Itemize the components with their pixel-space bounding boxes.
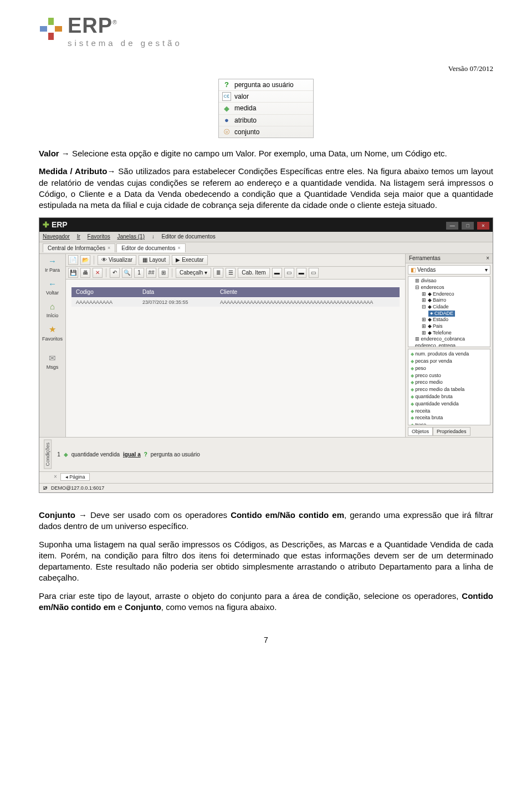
medida-icon: ◆	[64, 451, 68, 459]
measure-item[interactable]: receita	[411, 408, 488, 415]
nav-irpara[interactable]: → Ir Para	[40, 256, 64, 273]
menu-editor: Editor de documentos	[162, 233, 216, 240]
print-button[interactable]: 🖶	[80, 268, 90, 278]
close-icon[interactable]: ×	[178, 245, 181, 251]
menu-item-medida[interactable]: ◆ medida	[219, 103, 313, 114]
group-button[interactable]: ⊞	[158, 268, 168, 278]
menu-janelas[interactable]: Janelas (1)	[117, 233, 145, 240]
logo-brand: ERP	[68, 17, 112, 34]
align-button[interactable]: ≣	[213, 268, 223, 278]
cond-val[interactable]: pergunta ao usuário	[151, 451, 200, 459]
cabitem-button[interactable]: Cab. Item	[238, 268, 269, 278]
nav-msgs[interactable]: ✉ Msgs	[40, 353, 64, 370]
paragraph-suponha: Suponha uma listagem na qual serão impre…	[39, 539, 493, 584]
measure-item[interactable]: troca	[411, 421, 488, 425]
cube-icon: ◧	[411, 266, 416, 274]
cabecalho-dropdown[interactable]: Cabeçalh ▾	[176, 268, 211, 278]
svg-rect-3	[40, 26, 47, 32]
layout-button[interactable]: ▦Layout	[139, 255, 170, 265]
col-cliente: Cliente	[216, 287, 400, 297]
menu-favoritos[interactable]: Favoritos	[88, 233, 110, 240]
dimension-tree[interactable]: ⊞ divisao⊟ enderecos⊞ ◆ Endereco⊞ ◆ Bair…	[408, 276, 490, 347]
menu-label: medida	[234, 104, 256, 113]
tree-node[interactable]: ⊞ divisao	[411, 278, 489, 284]
col-data: Data	[138, 287, 216, 297]
layout-icon: ▦	[142, 256, 147, 264]
cond-attr[interactable]: quantidade vendida	[71, 451, 120, 459]
num-button[interactable]: 1	[134, 268, 144, 278]
tree-node[interactable]: ⊟ enderecos	[411, 284, 489, 291]
tab-editor-documentos[interactable]: Editor de documentos×	[116, 243, 186, 253]
undo-button[interactable]: ↶	[110, 268, 120, 278]
bar1-button[interactable]: ▬	[272, 268, 282, 278]
visualizar-button[interactable]: 👁Visualizar	[98, 255, 136, 265]
menu-item-valor[interactable]: C₵ valor	[219, 91, 313, 103]
tab-central-informacoes[interactable]: Central de Informações×	[43, 243, 115, 253]
measure-item[interactable]: pecas por venda	[411, 358, 488, 365]
measure-item[interactable]: preco medio	[411, 379, 488, 386]
tree-node[interactable]: ● CIDADE	[411, 311, 489, 317]
measure-item[interactable]: peso	[411, 365, 488, 372]
home-icon: ⌂	[47, 302, 58, 312]
tree-node[interactable]: ⊞ ◆ Estado	[411, 317, 489, 323]
menu-item-atributo[interactable]: ● atributo	[219, 115, 313, 126]
menu-label: valor	[234, 92, 249, 101]
right-panel-tabs: Objetos Propriedades	[408, 427, 490, 436]
tree-node[interactable]: ⊞ ◆ Pais	[411, 323, 489, 330]
nav-favoritos[interactable]: ★ Favoritos	[40, 325, 64, 342]
tree-node[interactable]: ⊞ ◆ Telefone	[411, 330, 489, 337]
connection-text: DEMO@127.0.0.1:6017	[51, 485, 104, 491]
col-codigo: Codigo	[71, 287, 138, 297]
menu-ir[interactable]: Ir	[77, 233, 80, 240]
close-icon[interactable]: ×	[54, 473, 57, 481]
save-button[interactable]: 💾	[68, 268, 78, 278]
new-button[interactable]: 📄	[68, 255, 78, 265]
maximize-button[interactable]: □	[462, 222, 474, 230]
report-canvas[interactable]: Codigo Data Cliente AAAAAAAAAAA 23/07/20…	[66, 279, 405, 437]
tree-node[interactable]: ⊞ ◆ Endereco	[411, 291, 489, 298]
nav-inicio[interactable]: ⌂ Início	[40, 302, 64, 319]
tree-node[interactable]: ⊞ ◆ Bairro	[411, 297, 489, 304]
erp-app-window: ✚ ERP — □ × Navegador Ir Favoritos Janel…	[39, 217, 493, 493]
minimize-button[interactable]: —	[446, 222, 458, 230]
tree-node[interactable]: endereco_entrega	[411, 343, 489, 347]
measure-item[interactable]: receita bruta	[411, 414, 488, 421]
cube-dropdown[interactable]: ◧Vendas ▾	[408, 265, 490, 275]
align2-button[interactable]: ☰	[226, 268, 236, 278]
tools-panel: Ferramentas × ◧Vendas ▾ ⊞ divisao⊟ ender…	[405, 254, 493, 437]
condition-side-label[interactable]: Condições	[44, 440, 52, 469]
app-title: ✚ ERP	[43, 220, 68, 230]
menu-navegador[interactable]: Navegador	[43, 233, 70, 240]
hash-button[interactable]: ##	[146, 268, 156, 278]
bar2-button[interactable]: ▭	[284, 268, 294, 278]
menu-item-conjunto[interactable]: ⦾ conjunto	[219, 126, 313, 138]
executar-button[interactable]: ▶Executar	[172, 255, 207, 265]
delete-button[interactable]: ✕	[93, 268, 103, 278]
nav-voltar[interactable]: ← Voltar	[40, 279, 64, 296]
zoom-button[interactable]: 🔍	[122, 268, 132, 278]
measure-item[interactable]: quantidade vendida	[411, 400, 488, 408]
tab-propriedades[interactable]: Propriedades	[433, 427, 470, 436]
bar4-button[interactable]: ▭	[309, 268, 319, 278]
open-button[interactable]: 📂	[80, 255, 90, 265]
measure-item[interactable]: quantidade bruta	[411, 393, 488, 400]
tab-pagina[interactable]: ◂ Página	[60, 473, 90, 481]
measure-item[interactable]: preco custo	[411, 372, 488, 379]
tree-node[interactable]: ⊟ ◆ Cidade	[411, 304, 489, 311]
close-icon[interactable]: ×	[486, 255, 489, 262]
measure-item[interactable]: num. produtos da venda	[411, 350, 488, 358]
left-nav: → Ir Para ← Voltar ⌂ Início ★ Favoritos …	[39, 254, 66, 437]
close-button[interactable]: ×	[477, 222, 489, 230]
cond-op[interactable]: igual a	[123, 451, 141, 458]
measure-item[interactable]: preco medio da tabela	[411, 386, 488, 393]
question-icon: ?	[222, 80, 231, 89]
tab-objetos[interactable]: Objetos	[408, 427, 433, 436]
tree-node[interactable]: ⊞ endereco_cobranca	[411, 336, 489, 343]
tools-panel-header: Ferramentas ×	[406, 254, 493, 263]
paragraph-medida-atributo: Medida / Atributo→ São utilizados para e…	[39, 166, 493, 211]
close-icon[interactable]: ×	[108, 245, 110, 251]
menu-item-pergunta[interactable]: ? pergunta ao usuário	[219, 79, 313, 91]
bar3-button[interactable]: ▬	[296, 268, 306, 278]
report-detail-band: AAAAAAAAAAA 23/07/2012 09:35:55 AAAAAAAA…	[71, 297, 400, 307]
measures-list[interactable]: num. produtos da vendapecas por vendapes…	[408, 349, 490, 425]
